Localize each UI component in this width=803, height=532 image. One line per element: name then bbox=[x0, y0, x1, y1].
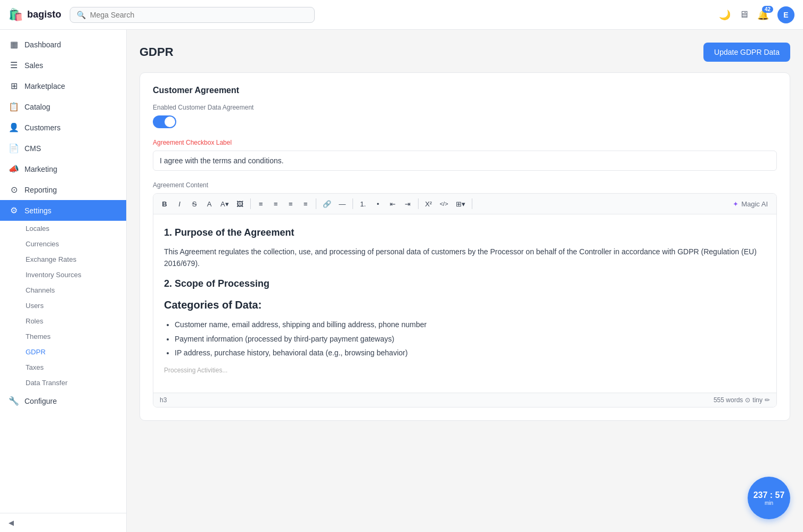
header-right: 🌙 🖥 🔔 42 E bbox=[719, 6, 794, 23]
customer-data-agreement-toggle[interactable] bbox=[153, 115, 176, 128]
update-gdpr-button[interactable]: Update GDPR Data bbox=[703, 43, 790, 62]
image-button[interactable]: 🖼 bbox=[233, 197, 247, 211]
sidebar-sub-exchange-rates[interactable]: Exchange Rates bbox=[17, 252, 126, 267]
reporting-icon: ⊙ bbox=[9, 185, 19, 195]
table-button[interactable]: ⊞▾ bbox=[453, 197, 469, 211]
content-paragraph-1: This Agreement regulates the collection,… bbox=[164, 246, 766, 270]
unordered-list-button[interactable]: • bbox=[371, 197, 385, 211]
indent-increase-button[interactable]: ⇥ bbox=[401, 197, 415, 211]
sidebar-item-label: CMS bbox=[24, 144, 41, 153]
sidebar-sub-locales[interactable]: Locales bbox=[17, 221, 126, 236]
sidebar-item-label: Configure bbox=[24, 397, 57, 405]
layout: ▦ Dashboard ☰ Sales ⊞ Marketplace 📋 Cata… bbox=[0, 0, 803, 532]
superscript-button[interactable]: X² bbox=[422, 197, 436, 211]
settings-submenu: Locales Currencies Exchange Rates Invent… bbox=[0, 221, 126, 390]
search-bar[interactable]: 🔍 bbox=[70, 7, 315, 23]
checkbox-label-input[interactable] bbox=[153, 151, 777, 171]
toolbar-sep-5 bbox=[472, 198, 472, 209]
powered-by-icon: ⊙ bbox=[745, 396, 750, 404]
bold-button[interactable]: B bbox=[158, 197, 171, 211]
sidebar-item-label: Customers bbox=[24, 123, 61, 132]
sidebar-item-settings[interactable]: ⚙ Settings bbox=[0, 200, 126, 221]
indent-decrease-button[interactable]: ⇤ bbox=[386, 197, 400, 211]
sidebar-item-sales[interactable]: ☰ Sales bbox=[0, 55, 126, 76]
list-item-2: Payment information (processed by third-… bbox=[175, 333, 766, 345]
display-icon[interactable]: 🖥 bbox=[739, 9, 749, 20]
sidebar-item-label: Sales bbox=[24, 61, 43, 70]
sidebar-item-marketplace[interactable]: ⊞ Marketplace bbox=[0, 76, 126, 96]
collapse-icon: ◀ bbox=[9, 519, 14, 527]
logo-text: bagisto bbox=[27, 9, 61, 20]
rich-text-editor: B I S A A▾ 🖼 ≡ ≡ ≡ ≡ 🔗 — 1. • bbox=[153, 193, 777, 408]
toggle-knob bbox=[165, 117, 175, 127]
header: 🛍️ bagisto 🔍 🌙 🖥 🔔 42 E bbox=[0, 0, 803, 30]
sidebar-item-marketing[interactable]: 📣 Marketing bbox=[0, 159, 126, 179]
edit-icon[interactable]: ✏ bbox=[765, 396, 770, 404]
align-right-button[interactable]: ≡ bbox=[284, 197, 298, 211]
sidebar-item-label: Catalog bbox=[24, 103, 50, 111]
word-count: 555 words bbox=[714, 396, 743, 404]
hr-button[interactable]: — bbox=[335, 197, 349, 211]
timer-bubble[interactable]: 237 : 57 min bbox=[748, 477, 790, 519]
font-color-button[interactable]: A bbox=[202, 197, 216, 211]
settings-icon: ⚙ bbox=[9, 205, 19, 215]
toolbar-sep-2 bbox=[316, 198, 316, 209]
sidebar-nav: ▦ Dashboard ☰ Sales ⊞ Marketplace 📋 Cata… bbox=[0, 30, 126, 513]
dashboard-icon: ▦ bbox=[9, 39, 19, 49]
sidebar-item-label: Marketing bbox=[24, 165, 57, 173]
sidebar-item-catalog[interactable]: 📋 Catalog bbox=[0, 96, 126, 117]
sidebar-item-cms[interactable]: 📄 CMS bbox=[0, 138, 126, 159]
italic-button[interactable]: I bbox=[173, 197, 186, 211]
notifications-icon[interactable]: 🔔 42 bbox=[757, 9, 769, 21]
sidebar-item-label: Dashboard bbox=[24, 40, 61, 49]
search-input[interactable] bbox=[90, 11, 308, 19]
sidebar-sub-themes[interactable]: Themes bbox=[17, 329, 126, 344]
editor-tag: h3 bbox=[160, 396, 167, 404]
catalog-icon: 📋 bbox=[9, 102, 19, 112]
timer-label: min bbox=[765, 500, 773, 506]
code-button[interactable]: </> bbox=[437, 197, 452, 211]
sidebar-sub-inventory-sources[interactable]: Inventory Sources bbox=[17, 267, 126, 282]
content-heading-1: 1. Purpose of the Agreement bbox=[164, 225, 766, 240]
align-left-button[interactable]: ≡ bbox=[254, 197, 268, 211]
highlight-button[interactable]: A▾ bbox=[217, 197, 232, 211]
tiny-logo: 555 words ⊙ tiny ✏ bbox=[714, 396, 770, 404]
dark-mode-icon[interactable]: 🌙 bbox=[719, 9, 731, 21]
gdpr-card: Customer Agreement Enabled Customer Data… bbox=[140, 72, 790, 421]
sidebar-sub-data-transfer[interactable]: Data Transfer bbox=[17, 375, 126, 390]
sidebar-item-customers[interactable]: 👤 Customers bbox=[0, 117, 126, 138]
ordered-list-button[interactable]: 1. bbox=[356, 197, 370, 211]
sidebar-sub-users[interactable]: Users bbox=[17, 298, 126, 313]
sales-icon: ☰ bbox=[9, 60, 19, 70]
magic-ai-icon: ✦ bbox=[733, 200, 739, 208]
page-header: GDPR Update GDPR Data bbox=[140, 43, 790, 62]
logo: 🛍️ bagisto bbox=[9, 8, 61, 22]
checkbox-label-field-label: Agreement Checkbox Label bbox=[153, 139, 777, 146]
content-heading-2: 2. Scope of Processing bbox=[164, 276, 766, 292]
sidebar-sub-roles[interactable]: Roles bbox=[17, 313, 126, 329]
sidebar-item-configure[interactable]: 🔧 Configure bbox=[0, 390, 126, 411]
list-item-1: Customer name, email address, shipping a… bbox=[175, 319, 766, 330]
sidebar-item-dashboard[interactable]: ▦ Dashboard bbox=[0, 34, 126, 55]
configure-icon: 🔧 bbox=[9, 396, 19, 406]
cms-icon: 📄 bbox=[9, 143, 19, 153]
magic-ai-button[interactable]: ✦ Magic AI bbox=[728, 198, 772, 210]
sidebar-sub-channels[interactable]: Channels bbox=[17, 282, 126, 298]
avatar[interactable]: E bbox=[777, 6, 794, 23]
timer-time: 237 : 57 bbox=[753, 490, 785, 500]
sidebar-item-reporting[interactable]: ⊙ Reporting bbox=[0, 179, 126, 200]
toggle-wrapper bbox=[153, 115, 777, 128]
strikethrough-button[interactable]: S bbox=[187, 197, 201, 211]
sidebar: ▦ Dashboard ☰ Sales ⊞ Marketplace 📋 Cata… bbox=[0, 30, 127, 532]
sidebar-collapse-button[interactable]: ◀ bbox=[0, 513, 126, 532]
align-center-button[interactable]: ≡ bbox=[269, 197, 283, 211]
sidebar-sub-currencies[interactable]: Currencies bbox=[17, 236, 126, 252]
editor-content[interactable]: 1. Purpose of the Agreement This Agreeme… bbox=[153, 214, 776, 393]
sidebar-sub-gdpr[interactable]: GDPR bbox=[17, 344, 126, 360]
content-heading-3: Categories of Data: bbox=[164, 296, 766, 313]
sidebar-sub-taxes[interactable]: Taxes bbox=[17, 360, 126, 375]
marketing-icon: 📣 bbox=[9, 164, 19, 174]
link-button[interactable]: 🔗 bbox=[319, 197, 334, 211]
agreement-content-label: Agreement Content bbox=[153, 181, 777, 189]
align-justify-button[interactable]: ≡ bbox=[299, 197, 313, 211]
